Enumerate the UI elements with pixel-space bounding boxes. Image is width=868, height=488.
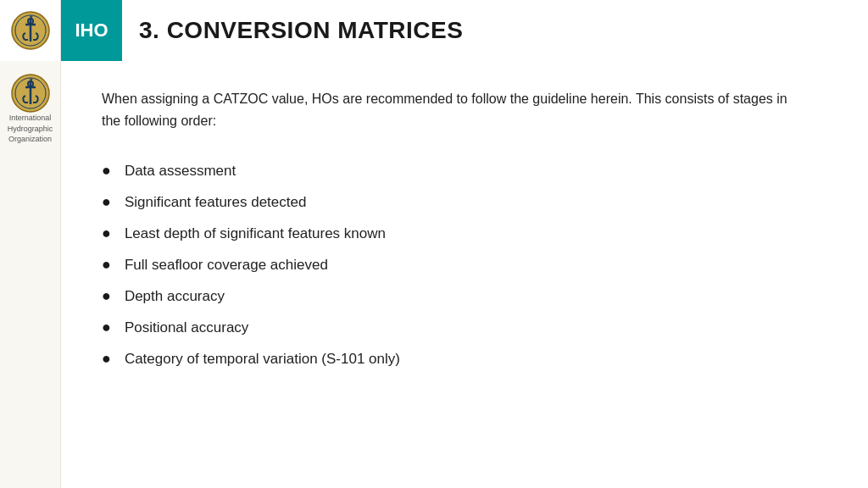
list-item: Positional accuracy — [102, 312, 827, 343]
anchor-logo: ★ — [11, 11, 50, 50]
page-title: 3. CONVERSION MATRICES — [139, 17, 463, 44]
list-item: Least depth of significant features know… — [102, 218, 827, 249]
list-item: Full seafloor coverage achieved — [102, 249, 827, 280]
list-item: Data assessment — [102, 155, 827, 186]
org-name: International Hydrographic Organization — [3, 113, 58, 145]
header-title-section: 3. CONVERSION MATRICES — [122, 0, 868, 61]
intro-paragraph: When assigning a CATZOC value, HOs are r… — [102, 88, 797, 131]
sidebar: ★ International Hydrographic Organizatio… — [0, 61, 61, 488]
list-item: Depth accuracy — [102, 280, 827, 312]
iho-badge: IHO — [61, 0, 122, 61]
list-item: Category of temporal variation (S-101 on… — [102, 343, 827, 374]
page-container: ★ IHO 3. CONVERSION MATRICES ★ — [0, 0, 868, 488]
logo-section: ★ — [0, 0, 61, 61]
iho-badge-text: IHO — [75, 19, 108, 42]
header: ★ IHO 3. CONVERSION MATRICES — [0, 0, 868, 61]
main-content: When assigning a CATZOC value, HOs are r… — [61, 61, 868, 488]
bullet-list: Data assessmentSignificant features dete… — [102, 155, 827, 374]
svg-text:★: ★ — [28, 77, 32, 82]
sidebar-anchor-logo: ★ — [11, 74, 50, 113]
list-item: Significant features detected — [102, 186, 827, 218]
svg-text:★: ★ — [28, 14, 32, 19]
content-area: ★ International Hydrographic Organizatio… — [0, 61, 868, 488]
